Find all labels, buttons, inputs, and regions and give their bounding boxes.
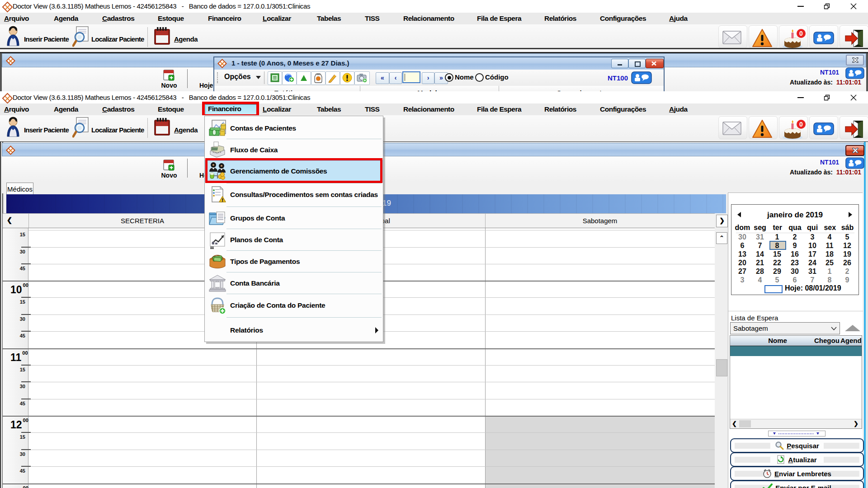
- svg-text:0: 0: [799, 30, 803, 37]
- svg-text:0: 0: [799, 121, 803, 128]
